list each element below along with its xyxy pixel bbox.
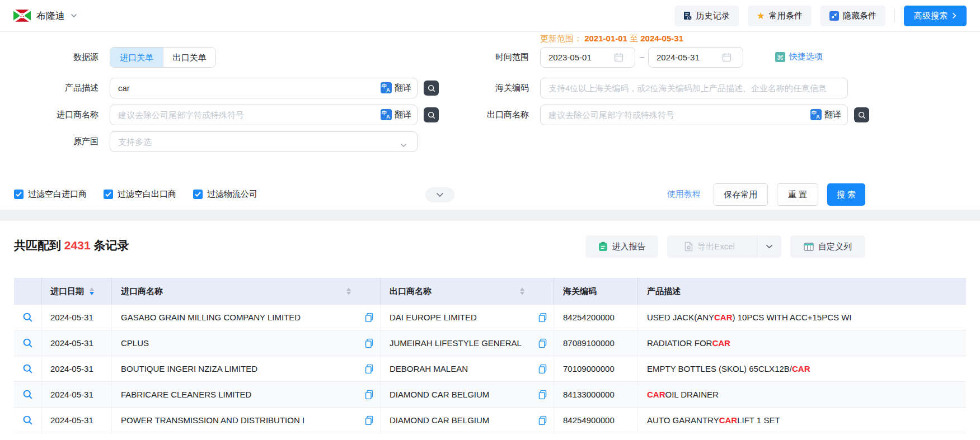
export-excel-button[interactable]: 导出Excel [667, 235, 752, 258]
header-label: 出口商名称 [390, 286, 432, 297]
update-range-note: 更新范围： 2021-01-01 至 2024-05-31 [540, 34, 683, 44]
sort-icon[interactable] [90, 287, 94, 295]
copy-icon[interactable] [538, 338, 547, 348]
exporter-name-input[interactable] [540, 105, 848, 125]
origin-country-select[interactable] [110, 131, 418, 152]
update-range-to: 2024-05-31 [640, 34, 683, 43]
exporter-name: DIAMOND CAR BELGIUM [390, 415, 489, 425]
importer-name-input[interactable] [110, 105, 418, 125]
similar-search-icon[interactable] [424, 107, 439, 122]
cell-product-description: EMPTY BOTTLES (SKOL) 65CLX12B/CAR [638, 356, 966, 381]
cell-import-date: 2024-05-31 [42, 305, 112, 330]
copy-icon[interactable] [538, 313, 547, 322]
table-row[interactable]: 2024-05-31CPLUSJUMEIRAH LIFESTYLE GENERA… [14, 330, 966, 356]
search-actions: 使用教程 保存常用 重 置 搜 索 [0, 183, 980, 206]
row-view-cell [14, 356, 42, 381]
export-button-group: 导出Excel [667, 235, 781, 258]
search-panel: 更新范围： 2021-01-01 至 2024-05-31 数据源 进口关单 出… [0, 32, 980, 210]
row-search-icon[interactable] [22, 389, 33, 400]
top-actions: 历史记录 ★ 常用条件 隐藏条件 高级搜索 [674, 6, 967, 26]
importer-label: 进口商名称 [15, 109, 99, 120]
chevron-down-icon [71, 13, 77, 18]
table-row[interactable]: 2024-05-31POWER TRANSMISSION AND DISTRIB… [14, 408, 966, 433]
update-range-label: 更新范围： [540, 34, 582, 43]
advanced-search-label: 高级搜索 [914, 11, 948, 21]
enter-report-button[interactable]: 进入报告 [585, 235, 658, 258]
tutorial-link[interactable]: 使用教程 [667, 189, 701, 200]
header-label: 进口商名称 [121, 286, 163, 297]
copy-icon[interactable] [365, 338, 373, 348]
export-options-caret[interactable] [757, 235, 781, 258]
row-search-icon[interactable] [22, 363, 33, 374]
row-view-cell [14, 330, 42, 356]
cell-exporter-name: JUMEIRAH LIFESTYLE GENERAL [381, 330, 554, 356]
keyword-highlight: CAR [792, 364, 810, 373]
keyword-highlight: CAR [647, 390, 665, 399]
table-row[interactable]: 2024-05-31GASABO GRAIN MILLING COMPANY L… [14, 305, 966, 330]
table-row[interactable]: 2024-05-31FABRICARE CLEANERS LIMITEDDIAM… [14, 382, 966, 408]
product-description-input[interactable] [110, 78, 418, 98]
history-label: 历史记录 [696, 11, 730, 21]
product-label: 产品描述 [15, 82, 99, 93]
copy-icon[interactable] [365, 390, 373, 399]
columns-icon [804, 243, 814, 251]
row-search-icon[interactable] [22, 312, 33, 323]
history-button[interactable]: 历史记录 [674, 6, 739, 26]
country-selector[interactable]: 布隆迪 [13, 10, 77, 22]
header-label: 海关编码 [563, 286, 597, 297]
copy-icon[interactable] [365, 364, 373, 373]
importer-name: CPLUS [121, 338, 149, 348]
cell-exporter-name: DEBORAH MALEAN [381, 356, 554, 381]
svg-text:A: A [386, 87, 390, 93]
svg-text:A: A [816, 113, 820, 120]
row-search-icon[interactable] [22, 338, 33, 348]
importer-name: POWER TRANSMISSION AND DISTRIBUTION I [121, 415, 304, 425]
cell-hs-code: 70109000000 [554, 356, 638, 381]
advanced-search-button[interactable]: 高级搜索 [904, 6, 967, 26]
header-hs-code: 海关编码 [554, 278, 638, 305]
header-view-column [14, 278, 42, 305]
tab-export-declarations[interactable]: 出口关单 [163, 48, 215, 67]
copy-icon[interactable] [538, 364, 547, 373]
cell-importer-name: GASABO GRAIN MILLING COMPANY LIMITED [112, 305, 381, 330]
save-common-button[interactable]: 保存常用 [714, 183, 768, 206]
cell-importer-name: FABRICARE CLEANERS LIMITED [112, 382, 381, 407]
cell-importer-name: CPLUS [112, 330, 381, 356]
similar-search-icon[interactable] [424, 81, 439, 96]
copy-icon[interactable] [365, 313, 373, 322]
cell-importer-name: POWER TRANSMISSION AND DISTRIBUTION I [112, 408, 381, 433]
table-header-row: 进口日期 进口商名称 出口商名称 海关编码 产品描述 [14, 278, 966, 305]
date-to-input[interactable] [648, 47, 743, 68]
sort-icon[interactable] [520, 287, 524, 295]
exporter-name: JUMEIRAH LIFESTYLE GENERAL [390, 338, 522, 348]
exporter-name: DEBORAH MALEAN [390, 364, 468, 373]
hide-conditions-button[interactable]: 隐藏条件 [820, 6, 885, 26]
copy-icon[interactable] [538, 390, 547, 399]
quick-options-link[interactable]: ⌘ 快捷选项 [775, 51, 823, 62]
search-button[interactable]: 搜 索 [827, 183, 865, 206]
translate-button[interactable]: 中A 翻译 [810, 109, 841, 120]
copy-icon[interactable] [538, 415, 547, 425]
copy-icon[interactable] [365, 415, 373, 425]
customize-columns-button[interactable]: 自定义列 [790, 235, 865, 258]
translate-button[interactable]: 中A 翻译 [381, 109, 411, 120]
sort-icon[interactable] [346, 287, 351, 295]
cell-exporter-name: DAI EUROPE LIMITED [381, 305, 554, 330]
reset-button[interactable]: 重 置 [777, 183, 818, 206]
star-icon: ★ [757, 11, 765, 21]
date-from-input[interactable] [540, 47, 635, 68]
hscode-input[interactable] [540, 78, 848, 98]
export-icon [684, 242, 693, 252]
importer-name: GASABO GRAIN MILLING COMPANY LIMITED [121, 313, 301, 322]
row-search-icon[interactable] [22, 415, 33, 425]
tab-import-declarations[interactable]: 进口关单 [110, 48, 163, 67]
cell-hs-code: 84133000000 [554, 382, 638, 407]
cell-exporter-name: DIAMOND CAR BELGIUM [381, 408, 554, 433]
table-row[interactable]: 2024-05-31BOUTIQUE INGERI NZIZA LIMITEDD… [14, 356, 966, 382]
cell-hs-code: 84254200000 [554, 305, 638, 330]
translate-button[interactable]: 中A 翻译 [381, 82, 411, 93]
summary-prefix: 共匹配到 [14, 239, 64, 252]
section-divider [0, 210, 980, 221]
similar-search-icon[interactable] [854, 107, 869, 122]
favorites-button[interactable]: ★ 常用条件 [748, 6, 812, 26]
